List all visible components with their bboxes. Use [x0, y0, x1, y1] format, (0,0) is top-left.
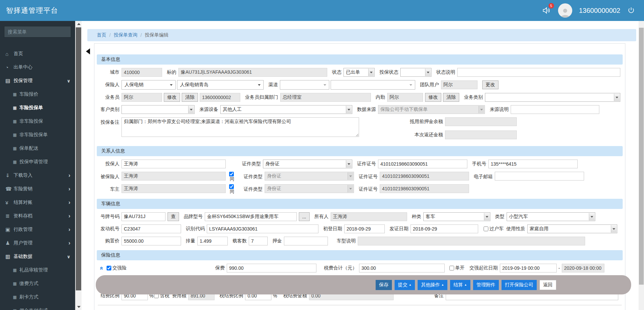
insured-cert-no-input[interactable] — [380, 172, 469, 181]
plate-input[interactable] — [121, 212, 165, 221]
tax-total-input[interactable] — [359, 264, 445, 272]
insurer-branch-select[interactable]: 人保电销青岛 — [177, 80, 264, 90]
sidebar-subitem-vehicle-policy[interactable]: ▦车险投保单 — [0, 101, 75, 115]
modify-salesman-button[interactable]: 修改 — [164, 93, 180, 102]
subject-input[interactable] — [178, 68, 327, 77]
page-scrollbar-thumb[interactable] — [639, 28, 644, 285]
customer-type-select[interactable] — [121, 105, 195, 114]
salesman-dept-input[interactable] — [280, 93, 371, 102]
issue-date-input[interactable] — [410, 224, 478, 233]
email-input[interactable] — [495, 172, 584, 181]
owner-cert-type-select[interactable]: 身份证 — [265, 184, 354, 193]
seats-input[interactable] — [249, 237, 268, 245]
owner-same-checkbox[interactable] — [229, 184, 234, 189]
sidebar-item-archive[interactable]: ≣资料存档› — [0, 209, 75, 223]
channel-sub-select[interactable] — [331, 80, 415, 90]
compulsory-checkbox[interactable] — [107, 266, 111, 270]
sidebar-item-order-center[interactable]: ◔出单中心 — [0, 61, 75, 74]
team-user-input[interactable] — [441, 80, 478, 89]
insured-name-input[interactable] — [121, 172, 226, 181]
insured-cert-type-select[interactable]: 身份证 — [265, 172, 354, 181]
sidebar-subitem-card-method[interactable]: ▦刷卡方式 — [0, 290, 75, 304]
period-end-input[interactable] — [562, 264, 604, 272]
status-note-input[interactable] — [457, 68, 620, 77]
announcement-button[interactable]: 5 — [541, 5, 551, 16]
refund-amount-input[interactable] — [445, 130, 517, 139]
insure-remark-textarea[interactable]: 归属部门：郑州市中原支公司经理室;来源渠道：河南京裕汽车保险代理有限公司 — [121, 117, 359, 137]
status-select[interactable]: 已出单 — [343, 68, 375, 77]
breadcrumb-home[interactable]: 首页 — [97, 32, 106, 38]
sidebar-item-base-data[interactable]: ▥基础数据∨ — [0, 250, 75, 263]
sidebar-subitem-vehicle-quote[interactable]: ▦车险报价 — [0, 88, 75, 101]
applicant-cert-type-select[interactable]: 身份证 — [263, 160, 352, 168]
sidebar-search[interactable] — [4, 26, 71, 38]
salesman-phone-input[interactable] — [200, 93, 240, 102]
vehicle-owner-input[interactable] — [331, 212, 407, 221]
vehicle-type-select[interactable]: 小型汽车 — [507, 212, 595, 221]
collapse-section-icon[interactable]: « — [98, 265, 105, 271]
owner-name-input[interactable] — [121, 184, 226, 193]
other-actions-button[interactable]: 其他操作▲ — [418, 280, 447, 290]
engine-no-input[interactable] — [121, 224, 181, 233]
sidebar-item-user-management[interactable]: ♟用户管理› — [0, 236, 75, 250]
applicant-phone-input[interactable] — [488, 160, 578, 168]
modify-internal-button[interactable]: 修改 — [425, 93, 441, 102]
deposit-input[interactable] — [284, 237, 328, 245]
salesman-input[interactable] — [121, 93, 162, 102]
back-button[interactable]: 返回 — [539, 280, 556, 290]
vin-input[interactable] — [207, 224, 318, 233]
pre-deposit-input[interactable] — [445, 117, 517, 126]
premium-input[interactable] — [227, 264, 316, 272]
manage-attachments-button[interactable]: 管理附件 — [473, 280, 499, 290]
owner-cert-no-input[interactable] — [380, 184, 469, 193]
brand-more-button[interactable]: ... — [299, 212, 310, 221]
sidebar-subitem-gift-audit[interactable]: ▦礼品审核管理 — [0, 263, 75, 277]
brand-model-input[interactable] — [205, 212, 297, 221]
collapse-sidebar-arrow[interactable] — [83, 48, 90, 54]
channel-select[interactable] — [280, 80, 329, 90]
first-reg-date-input[interactable] — [344, 224, 385, 233]
insurer-select[interactable]: 人保电销 — [121, 80, 176, 90]
apply-status-select[interactable] — [400, 68, 431, 77]
sidebar-subitem-payment-method[interactable]: ▦缴费方式 — [0, 277, 75, 290]
sidebar-item-admin[interactable]: ▣行政管理› — [0, 223, 75, 236]
sidebar-subitem-non-vehicle-insure[interactable]: ▦非车险投保 — [0, 115, 75, 128]
applicant-cert-no-input[interactable] — [378, 160, 467, 168]
sidebar-subitem-non-vehicle-policy[interactable]: ▦非车险投保单 — [0, 128, 75, 142]
usage-select[interactable]: 家庭自用 — [527, 224, 617, 233]
sidebar-item-home[interactable]: ⌂首页 — [0, 47, 75, 61]
period-start-input[interactable] — [500, 264, 557, 272]
submit-button[interactable]: 提交▲ — [395, 280, 415, 290]
source-note-input[interactable] — [511, 105, 599, 114]
data-source-select[interactable]: 保险公司手动下载保单 — [378, 105, 485, 114]
vehicle-kind-select[interactable]: 客车 — [423, 212, 490, 221]
clear-salesman-button[interactable]: 清除 — [182, 93, 198, 102]
scroll-up-arrow[interactable] — [75, 21, 82, 27]
open-insurer-button[interactable]: 打开保险公司 — [502, 280, 537, 290]
model-note-input[interactable] — [358, 237, 585, 245]
city-input[interactable] — [121, 68, 162, 77]
internal-staff-input[interactable] — [387, 93, 423, 102]
purchase-price-input[interactable] — [121, 237, 181, 245]
clear-internal-button[interactable]: 清除 — [443, 93, 459, 102]
displacement-input[interactable] — [197, 237, 228, 245]
sidebar-subitem-apply-management[interactable]: ▦投保申请管理 — [0, 155, 75, 169]
change-team-button[interactable]: 更改 — [482, 80, 498, 89]
save-button[interactable]: 保存 — [376, 280, 392, 290]
insured-same-checkbox[interactable] — [229, 172, 234, 176]
sidebar-item-settlement[interactable]: ¥结算对账› — [0, 196, 75, 209]
scrollbar-thumb[interactable] — [76, 27, 81, 290]
sidebar-item-policy-management[interactable]: ▤投保管理∨ — [0, 74, 75, 88]
source-device-select[interactable]: 其他人工 — [220, 105, 352, 114]
applicant-name-input[interactable] — [121, 160, 226, 168]
transfer-checkbox[interactable] — [484, 226, 488, 231]
sidebar-subitem-commission-pay[interactable]: ▦佣金支付方式 — [0, 304, 75, 310]
page-scrollbar[interactable] — [639, 21, 644, 310]
avatar[interactable] — [558, 3, 572, 18]
separate-issue-checkbox[interactable] — [449, 266, 454, 270]
breadcrumb-policy-query[interactable]: 投保单查询 — [114, 32, 137, 38]
sidebar-scrollbar[interactable] — [75, 21, 82, 310]
sidebar-item-download-import[interactable]: ⇓下载导入› — [0, 169, 75, 182]
sidebar-item-vehicle-marketing[interactable]: ☎车险营销› — [0, 182, 75, 196]
search-input[interactable] — [8, 29, 69, 34]
